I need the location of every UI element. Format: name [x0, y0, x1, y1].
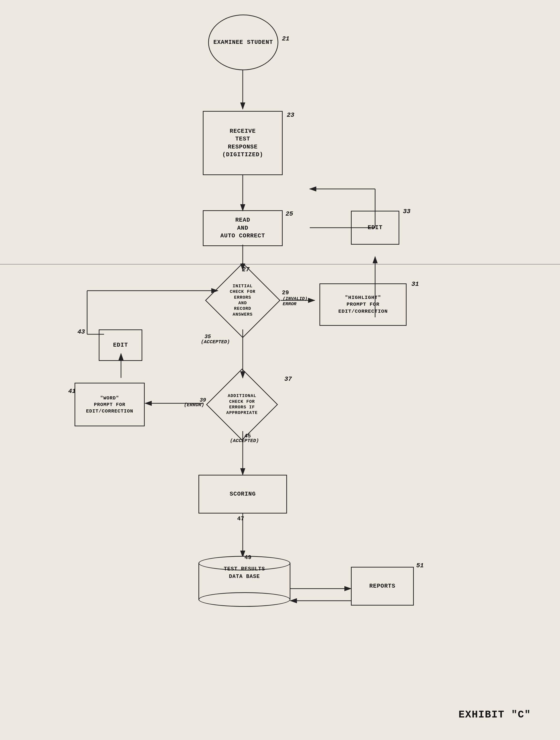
additional-check-node: ADDITIONALCHECK FORERRORS IFAPPROPRIATE: [203, 375, 281, 434]
label-21: 21: [282, 35, 290, 42]
receive-test-response-node: RECEIVETESTRESPONSE(DIGITIZED): [203, 111, 283, 175]
label-accepted-1: (ACCEPTED): [201, 339, 230, 345]
test-results-label: TEST RESULTSDATA BASE: [224, 566, 265, 580]
read-autocorrect-label: READANDAUTO CORRECT: [220, 216, 265, 240]
additional-check-label: ADDITIONALCHECK FORERRORS IFAPPROPRIATE: [226, 393, 258, 416]
test-results-node: TEST RESULTSDATA BASE: [199, 556, 291, 607]
label-25: 25: [286, 210, 293, 217]
exhibit-label: EXHIBIT "C": [459, 709, 531, 721]
label-29: 29: [282, 289, 289, 296]
label-33: 33: [403, 208, 411, 215]
label-37: 37: [285, 375, 292, 383]
receive-test-response-label: RECEIVETESTRESPONSE(DIGITIZED): [222, 127, 263, 159]
examinee-student-label: EXAMINEE STUDENT: [213, 38, 273, 46]
label-23: 23: [287, 111, 294, 119]
initial-check-node: INITIALCHECK FORERRORSANDRECORDANSWERS: [206, 269, 279, 332]
label-47: 47: [237, 516, 244, 522]
highlight-prompt-node: "HIGHLIGHT"PROMPT FOREDIT/CORRECTION: [319, 283, 407, 326]
label-invalid-error: (INVALID)ERROR: [283, 296, 308, 307]
word-prompt-node: "WORD"PROMPT FOREDIT/CORRECTION: [75, 383, 145, 426]
initial-check-label: INITIALCHECK FORERRORSANDRECORDANSWERS: [230, 283, 255, 317]
label-error: (ERROR): [184, 402, 204, 408]
word-prompt-label: "WORD"PROMPT FOREDIT/CORRECTION: [86, 395, 133, 414]
edit-top-label: EDIT: [368, 224, 382, 232]
label-41: 41: [68, 387, 76, 395]
edit-left-label: EDIT: [113, 341, 128, 349]
label-27: 27: [242, 266, 249, 273]
label-31: 31: [412, 280, 419, 288]
edit-left-node: EDIT: [99, 330, 142, 361]
read-autocorrect-node: READANDAUTO CORRECT: [203, 210, 283, 246]
reports-label: REPORTS: [369, 582, 396, 590]
reports-node: REPORTS: [351, 567, 414, 606]
label-51: 51: [416, 562, 424, 569]
scoring-label: SCORING: [230, 490, 256, 498]
label-43: 43: [78, 328, 85, 336]
edit-top-node: EDIT: [351, 211, 399, 245]
scoring-node: SCORING: [199, 475, 287, 514]
highlight-prompt-label: "HIGHLIGHT"PROMPT FOREDIT/CORRECTION: [338, 294, 388, 315]
divider-line: [0, 264, 560, 265]
page: EXAMINEE STUDENT 21 RECEIVETESTRESPONSE(…: [0, 0, 560, 740]
label-accepted-2: (ACCEPTED): [230, 438, 259, 444]
examinee-student-node: EXAMINEE STUDENT: [208, 14, 278, 70]
label-49: 49: [244, 554, 251, 561]
